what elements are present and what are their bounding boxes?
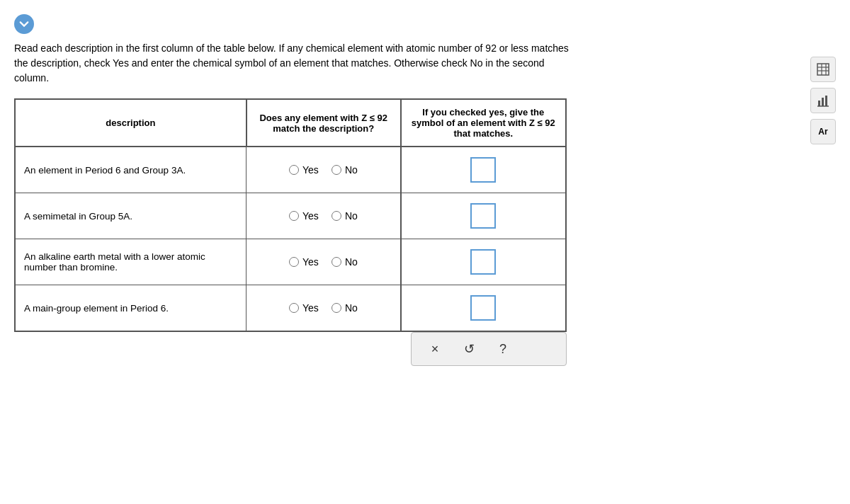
action-toolbar: × ↺ ? xyxy=(411,332,567,366)
help-button[interactable]: ? xyxy=(492,338,514,360)
col2-header: Does any element with Z ≤ 92 match the d… xyxy=(246,99,401,147)
ar-button[interactable]: Ar xyxy=(810,119,836,144)
instructions-text: Read each description in the first colum… xyxy=(14,41,581,86)
row2-yes-label[interactable]: Yes xyxy=(289,210,319,222)
row1-yes-label[interactable]: Yes xyxy=(289,164,319,176)
row3-symbol-input[interactable] xyxy=(470,249,496,275)
row4-symbol-cell xyxy=(401,285,566,332)
row2-yes-radio[interactable] xyxy=(289,211,299,221)
table-row: An alkaline earth metal with a lower ato… xyxy=(15,239,566,285)
row4-no-label[interactable]: No xyxy=(332,302,358,314)
row3-radio-cell: Yes No xyxy=(246,239,401,285)
row2-description: A semimetal in Group 5A. xyxy=(15,193,246,239)
row1-yes-radio[interactable] xyxy=(289,165,299,175)
row2-symbol-cell xyxy=(401,193,566,239)
row4-radio-cell: Yes No xyxy=(246,285,401,332)
svg-rect-6 xyxy=(822,98,824,106)
col3-header: If you checked yes, give the symbol of a… xyxy=(401,99,566,147)
col1-header: description xyxy=(15,99,246,147)
table-row: A semimetal in Group 5A. Yes No xyxy=(15,193,566,239)
table-icon xyxy=(816,62,830,76)
row1-radio-cell: Yes No xyxy=(246,147,401,193)
row3-description: An alkaline earth metal with a lower ato… xyxy=(15,239,246,285)
row2-symbol-input[interactable] xyxy=(470,203,496,229)
ar-label: Ar xyxy=(818,127,827,137)
undo-button[interactable]: ↺ xyxy=(458,338,480,360)
row3-symbol-cell xyxy=(401,239,566,285)
row3-no-label[interactable]: No xyxy=(332,256,358,268)
row3-no-radio[interactable] xyxy=(332,257,341,267)
chart-icon-button[interactable] xyxy=(810,88,836,113)
collapse-button[interactable] xyxy=(14,14,34,34)
chevron-down-icon xyxy=(19,19,29,29)
row3-yes-radio[interactable] xyxy=(289,257,299,267)
side-toolbar: Ar xyxy=(810,57,836,144)
row1-symbol-input[interactable] xyxy=(470,157,496,183)
row2-no-radio[interactable] xyxy=(332,211,341,221)
svg-rect-7 xyxy=(825,96,827,106)
row4-symbol-input[interactable] xyxy=(470,295,496,321)
main-table: description Does any element with Z ≤ 92… xyxy=(14,98,567,332)
row2-no-label[interactable]: No xyxy=(332,210,358,222)
svg-rect-0 xyxy=(817,64,829,75)
row2-radio-cell: Yes No xyxy=(246,193,401,239)
close-button[interactable]: × xyxy=(424,338,446,360)
row4-no-radio[interactable] xyxy=(332,303,341,313)
svg-rect-5 xyxy=(818,101,820,106)
row1-symbol-cell xyxy=(401,147,566,193)
table-row: An element in Period 6 and Group 3A. Yes… xyxy=(15,147,566,193)
row1-no-radio[interactable] xyxy=(332,165,341,175)
table-icon-button[interactable] xyxy=(810,57,836,82)
row1-description: An element in Period 6 and Group 3A. xyxy=(15,147,246,193)
row3-yes-label[interactable]: Yes xyxy=(289,256,319,268)
row1-no-label[interactable]: No xyxy=(332,164,358,176)
row4-description: A main-group element in Period 6. xyxy=(15,285,246,332)
chart-icon xyxy=(816,93,830,108)
table-row: A main-group element in Period 6. Yes No xyxy=(15,285,566,332)
row4-yes-radio[interactable] xyxy=(289,303,299,313)
row4-yes-label[interactable]: Yes xyxy=(289,302,319,314)
